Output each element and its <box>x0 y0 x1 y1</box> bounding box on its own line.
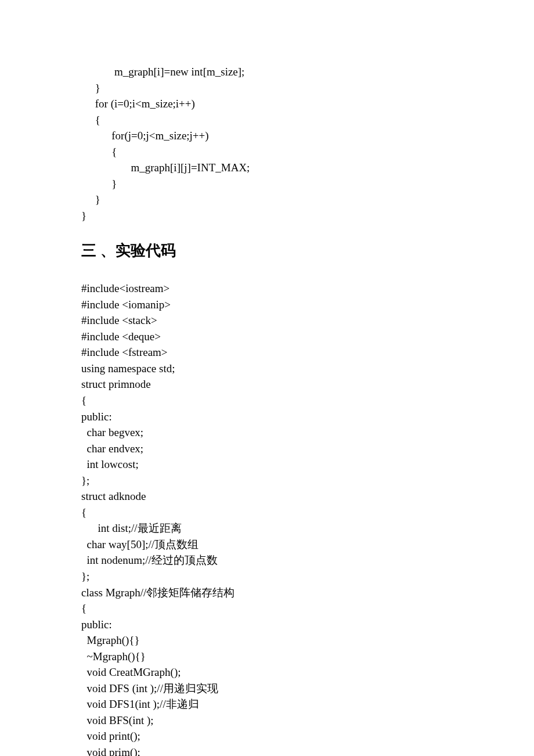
code-main-line: void print(); <box>81 728 453 744</box>
code-main-line: void BFS(int ); <box>81 712 453 729</box>
code-top-line: } <box>81 176 453 192</box>
code-main-line: { <box>81 393 453 409</box>
code-main-line: { <box>81 600 453 617</box>
code-main-line: #include <stack> <box>81 312 453 329</box>
code-top-line: } <box>81 208 453 224</box>
code-main-line: struct adknode <box>81 488 453 505</box>
code-main-line: char way[50];//顶点数组 <box>81 537 453 553</box>
code-main-line: using namespace std; <box>81 361 453 377</box>
code-main-line: void CreatMGraph(); <box>81 664 453 681</box>
code-main-line: ~Mgraph(){} <box>81 649 453 665</box>
code-main-line: #include <iomanip> <box>81 297 453 313</box>
code-main-line: Mgraph(){} <box>81 632 453 649</box>
code-main-line: }; <box>81 568 453 585</box>
code-block-top: m_graph[i]=new int[m_size]; } for (i=0;i… <box>81 64 453 224</box>
code-block-main: #include<iostream>#include <iomanip>#inc… <box>81 280 453 756</box>
section-heading: 三 、实验代码 <box>81 240 453 262</box>
code-main-line: void prim(); <box>81 744 453 756</box>
document-page: m_graph[i]=new int[m_size]; } for (i=0;i… <box>0 0 534 756</box>
code-top-line: for(j=0;j<m_size;j++) <box>81 128 453 144</box>
code-top-line: } <box>81 192 453 208</box>
code-main-line: class Mgraph//邻接矩阵储存结构 <box>81 585 453 601</box>
code-top-line: for (i=0;i<m_size;i++) <box>81 96 453 112</box>
code-main-line: }; <box>81 473 453 489</box>
code-top-line: { <box>81 144 453 160</box>
code-main-line: int lowcost; <box>81 456 453 473</box>
code-main-line: { <box>81 505 453 521</box>
code-top-line: m_graph[i][j]=INT_MAX; <box>81 160 453 176</box>
code-main-line: void DFS1(int );//非递归 <box>81 696 453 712</box>
code-main-line: public: <box>81 617 453 633</box>
code-top-line: { <box>81 112 453 128</box>
code-top-line: m_graph[i]=new int[m_size]; <box>81 64 453 80</box>
code-main-line: #include<iostream> <box>81 280 453 297</box>
code-main-line: #include <fstream> <box>81 344 453 361</box>
code-main-line: public: <box>81 409 453 425</box>
code-main-line: char begvex; <box>81 424 453 441</box>
code-main-line: int dist;//最近距离 <box>81 520 453 537</box>
code-top-line: } <box>81 80 453 96</box>
code-main-line: struct primnode <box>81 376 453 393</box>
code-main-line: #include <deque> <box>81 329 453 345</box>
code-main-line: void DFS (int );//用递归实现 <box>81 681 453 697</box>
code-main-line: char endvex; <box>81 441 453 457</box>
code-main-line: int nodenum;//经过的顶点数 <box>81 552 453 568</box>
